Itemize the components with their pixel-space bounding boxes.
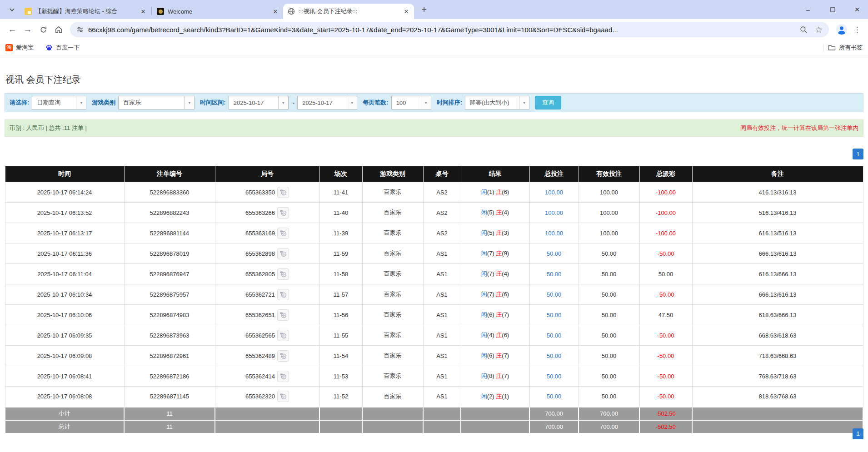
total-bet-cell[interactable]: 100.00 <box>529 203 579 223</box>
replay-video-button[interactable] <box>277 228 289 239</box>
kebab-menu-icon: ⋮ <box>853 25 861 35</box>
session-cell: 11-58 <box>319 264 362 284</box>
close-icon[interactable]: ✕ <box>139 7 147 15</box>
game-cell: 百家乐 <box>362 387 423 407</box>
folder-icon <box>828 44 836 51</box>
replay-video-button[interactable] <box>277 350 289 362</box>
search-button[interactable]: 查询 <box>535 96 561 109</box>
currency-summary: 币别 : 人民币 | 总共 :11 注单 | <box>10 124 87 132</box>
total-bet-cell[interactable]: 50.00 <box>529 243 579 264</box>
total-bet-cell[interactable]: 100.00 <box>529 182 579 203</box>
replay-video-button[interactable] <box>277 371 289 382</box>
table-no-cell: AS1 <box>423 284 461 305</box>
game-type-label: 游戏类别 <box>92 99 115 107</box>
time-cell: 2025-10-17 06:11:36 <box>5 243 124 264</box>
date-end-select[interactable]: 2025-10-17 ▼ <box>297 96 357 109</box>
zoom-icon[interactable] <box>800 26 808 34</box>
game-cell: 百家乐 <box>362 203 423 223</box>
session-cell: 11-52 <box>319 387 362 407</box>
per-page-select[interactable]: 100 ▼ <box>391 96 431 109</box>
close-icon[interactable]: ✕ <box>402 7 410 15</box>
round-cell: 655362721 <box>215 284 319 305</box>
back-button[interactable]: ← <box>5 22 20 37</box>
close-window-icon[interactable]: × <box>853 5 862 14</box>
url-text[interactable]: 66cxkj98.com/game/betrecord_search/kind3… <box>88 26 795 34</box>
total-bet-cell[interactable]: 100.00 <box>529 223 579 243</box>
browser-toolbar: ← → 66cxkj98.com/game/betrecord_search/k… <box>0 19 868 40</box>
game-type-select[interactable]: 百家乐 ▼ <box>118 96 195 109</box>
date-start-select[interactable]: 2025-10-17 ▼ <box>229 96 289 109</box>
welcome-favicon-icon <box>157 8 164 15</box>
query-type-select[interactable]: 日期查询 ▼ <box>32 96 86 109</box>
browser-tab-betrecord-active[interactable]: :::视讯 会员下注纪录::: ✕ <box>283 4 414 19</box>
browser-menu-button[interactable]: ⋮ <box>851 23 863 36</box>
address-bar[interactable]: 66cxkj98.com/game/betrecord_search/kind3… <box>70 22 829 37</box>
replay-video-button[interactable] <box>277 268 289 280</box>
forward-button[interactable]: → <box>20 22 35 37</box>
game-cell: 百家乐 <box>362 182 423 203</box>
reload-button[interactable] <box>35 22 51 37</box>
browser-tab-welcome[interactable]: Welcome ✕ <box>152 4 283 19</box>
profile-avatar[interactable] <box>834 22 849 37</box>
valid-bet-cell: 50.00 <box>579 264 639 284</box>
col-total-bet: 总投注 <box>529 166 579 182</box>
bookmark-taobao[interactable]: 淘 爱淘宝 <box>5 44 34 52</box>
tune-icon[interactable] <box>76 26 84 33</box>
replay-video-button[interactable] <box>277 187 289 198</box>
sort-select[interactable]: 降幂(由大到小) ▼ <box>465 96 529 109</box>
chevron-down-icon[interactable]: ▼ <box>421 96 431 109</box>
page-number-button[interactable]: 1 <box>853 149 863 159</box>
table-no-cell: AS1 <box>423 366 461 387</box>
film-reel-icon <box>280 189 287 196</box>
note-cell: 516.13/416.13 <box>692 203 863 223</box>
replay-video-button[interactable] <box>277 391 289 402</box>
total-bet-cell[interactable]: 50.00 <box>529 305 579 325</box>
chevron-down-icon[interactable]: ▼ <box>278 96 288 109</box>
table-no-cell: AS1 <box>423 346 461 366</box>
chevron-down-icon[interactable]: ▼ <box>519 96 529 109</box>
replay-video-button[interactable] <box>277 248 289 259</box>
bookmark-baidu[interactable]: 百度一下 <box>45 44 80 52</box>
new-tab-button[interactable]: + <box>418 3 430 16</box>
table-no-cell: AS1 <box>423 243 461 264</box>
pagination-top: 1 <box>5 149 863 159</box>
chevron-down-icon[interactable]: ▼ <box>347 96 357 109</box>
round-cell: 655362651 <box>215 305 319 325</box>
maximize-icon[interactable] <box>828 5 837 14</box>
game-cell: 百家乐 <box>362 223 423 243</box>
minimize-icon[interactable]: – <box>803 5 813 14</box>
total-bet-cell[interactable]: 50.00 <box>529 346 579 366</box>
footer-valid-bet-cell: 700.00 <box>579 407 639 420</box>
close-icon[interactable]: ✕ <box>271 7 279 15</box>
all-bookmarks-label: 所有书签 <box>839 44 863 52</box>
chevron-down-icon[interactable]: ▼ <box>184 96 194 109</box>
time-cell: 2025-10-17 06:08:08 <box>5 387 124 407</box>
total-bet-cell[interactable]: 50.00 <box>529 325 579 346</box>
game-cell: 百家乐 <box>362 243 423 264</box>
back-arrow-icon: ← <box>8 25 17 35</box>
person-icon <box>836 24 848 35</box>
table-row: 2025-10-17 06:08:08 522896871145 6553623… <box>5 387 863 407</box>
replay-video-button[interactable] <box>277 207 289 219</box>
total-bet-cell[interactable]: 50.00 <box>529 264 579 284</box>
bookmark-star-icon[interactable]: ☆ <box>815 25 823 35</box>
page-number-button[interactable]: 1 <box>853 428 863 439</box>
browser-tab-forum[interactable]: 【新提醒】海燕策略论坛 - 综合 ✕ <box>20 4 151 19</box>
all-bookmarks-button[interactable]: 所有书签 <box>828 44 863 52</box>
total-bet-cell[interactable]: 50.00 <box>529 387 579 407</box>
bet-id-cell: 522896872186 <box>124 366 215 387</box>
round-cell: 655362805 <box>215 264 319 284</box>
chevron-down-icon[interactable]: ▼ <box>76 96 86 109</box>
table-no-cell: AS1 <box>423 305 461 325</box>
table-row: 2025-10-17 06:09:35 522896873963 6553625… <box>5 325 863 346</box>
replay-video-button[interactable] <box>277 330 289 341</box>
total-bet-cell[interactable]: 50.00 <box>529 284 579 305</box>
chevron-down-icon <box>9 7 15 13</box>
note-cell: 416.13/316.13 <box>692 182 863 203</box>
tab-search-button[interactable] <box>5 3 18 16</box>
time-cell: 2025-10-17 06:08:41 <box>5 366 124 387</box>
replay-video-button[interactable] <box>277 289 289 300</box>
replay-video-button[interactable] <box>277 309 289 321</box>
home-button[interactable] <box>51 22 66 37</box>
total-bet-cell[interactable]: 50.00 <box>529 366 579 387</box>
